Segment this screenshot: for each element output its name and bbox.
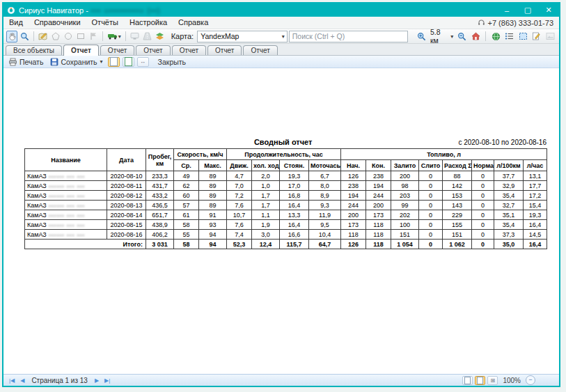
zoom-select-button[interactable] [19,31,30,42]
toolbar-separator [125,31,126,41]
col-l-per-100km: л/100км [494,160,524,171]
col-idle: хол. ход. [252,160,280,171]
table-cell: 10,4 [309,230,341,240]
table-cell: 13,1 [524,171,547,181]
save-button[interactable]: Сохранить ▾ [48,58,104,66]
map-edit-button[interactable] [38,31,49,42]
maximize-button[interactable]: ▢ [517,3,538,17]
panel-view-button[interactable] [129,31,141,42]
table-cell: 7,4 [227,230,252,240]
polygon-icon [52,32,60,40]
tab-report-6[interactable]: Отчет [243,45,277,55]
table-cell: 49 [174,171,199,181]
table-cell: 0 [472,171,494,181]
view-single-page-button[interactable] [108,57,120,67]
map-pencil-icon [38,32,47,41]
route-view-button[interactable] [142,31,153,42]
table-cell: 142 [443,181,472,191]
view-mode-page-button[interactable] [475,376,485,385]
view-continuous-button[interactable] [123,57,134,67]
next-page-button[interactable]: ▶ [92,377,102,384]
table-cell: 0 [472,220,494,230]
table-cell: 2020-08-14 [107,210,146,220]
search-input[interactable] [289,31,409,42]
tab-report-active[interactable]: Отчет [63,45,99,56]
table-header: Название Дата Пробег, км Скорость, км/ч … [25,149,547,171]
table-cell: 0 [419,201,443,210]
menu-settings[interactable]: Настройка [124,17,173,29]
redacted-plate: •••••• ••• ••• [47,222,85,228]
last-page-button[interactable]: ▶| [102,377,113,384]
close-button[interactable]: ✕ [538,3,559,17]
tab-report-2[interactable]: Отчет [100,45,134,55]
magnifier-icon [20,32,29,41]
circle-tool-button[interactable] [63,31,74,42]
table-cell: 89 [199,201,227,210]
menu-reports[interactable]: Отчёты [86,17,124,29]
col-fuel-start: Нач. [341,160,366,171]
map-select[interactable]: YandexMap ▾ [197,31,288,42]
table-row: КамАЗ •••••• ••• •••2020-08-10233,349894… [25,171,547,181]
total-cell: 126 [341,240,366,249]
view-mode-multi-button[interactable]: ⊞ [487,376,498,385]
table-cell: 1,7 [252,191,280,201]
next-page-icon: ▶ [95,377,99,384]
table-cell: 244 [366,191,391,201]
zoom-decrease-button[interactable]: − [526,375,535,385]
table-cell: 651,7 [146,210,174,220]
menu-directories[interactable]: Справочники [29,17,86,29]
view-fit-width-button[interactable]: ↔ [137,57,149,67]
flag-tool-button[interactable] [88,31,99,42]
polygon-tool-button[interactable] [50,31,61,42]
col-speed-avg: Ср. [174,160,199,171]
map-scale-select[interactable]: 5.8 км ▾ [429,28,455,45]
home-button[interactable] [470,31,482,42]
zoom-out-button[interactable] [456,31,469,42]
page-icon [110,57,118,66]
table-cell: 100 [391,220,419,230]
menu-help[interactable]: Справка [173,17,214,29]
globe-button[interactable] [489,31,502,42]
first-page-button[interactable]: |◀ [6,377,17,384]
list-button[interactable] [503,31,516,42]
table-cell: 9,3 [309,201,341,210]
multi-page-icon: ⊞ [491,377,496,384]
table-row: КамАЗ •••••• ••• •••2020-08-16406,255947… [25,230,547,240]
table-cell: 126 [341,171,366,181]
col-group-fuel: Топливо, л [341,149,547,160]
print-button[interactable]: Печать [6,58,45,66]
app-icon [7,6,15,15]
total-cell: 35,0 [494,240,524,249]
zoom-in-button[interactable] [415,31,427,42]
view-mode-normal-button[interactable] [462,376,473,385]
table-cell: 4,7 [227,171,252,181]
minimize-button[interactable]: – [496,3,517,17]
tab-report-3[interactable]: Отчет [136,45,170,55]
tab-report-4[interactable]: Отчет [172,45,206,55]
col-speed-max: Макс. [199,160,227,171]
chevron-down-icon: ▾ [118,33,121,40]
table-cell: 0 [472,201,494,210]
save-label: Сохранить [61,58,97,66]
table-cell: 406,2 [146,230,174,240]
menu-view[interactable]: Вид [3,17,29,29]
home-icon [471,32,480,40]
image-button[interactable] [544,31,557,42]
table-cell: 0 [472,230,494,240]
tab-report-5[interactable]: Отчет [207,45,242,55]
selection-area-button[interactable] [517,31,529,42]
page-icon [477,377,483,384]
rectangle-tool-button[interactable] [75,31,86,42]
road-icon [143,32,152,40]
tab-all-objects[interactable]: Все объекты [6,45,62,55]
prev-page-button[interactable]: ◀ [17,377,27,384]
table-cell: 1,7 [252,201,280,210]
table-cell: 2,0 [252,171,280,181]
close-report-button[interactable]: Закрыть [156,58,188,66]
vehicle-list-button[interactable]: ▾ [107,31,122,42]
table-row: КамАЗ •••••• ••• •••2020-08-15438,958937… [25,220,547,230]
pan-hand-button[interactable] [6,31,17,42]
vehicle-name-cell: КамАЗ •••••• ••• ••• [25,210,107,220]
note-edit-button[interactable] [530,31,543,42]
layers-button[interactable] [155,31,166,42]
